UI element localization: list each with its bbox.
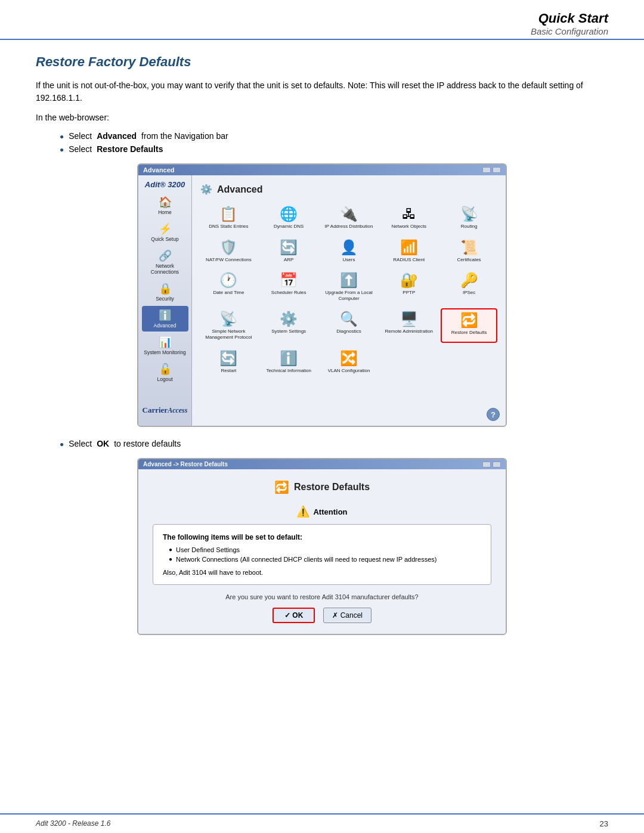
grid-item-ipsec[interactable]: 🔑 IPSec xyxy=(441,270,497,304)
sidebar-item-home[interactable]: 🏠 Home xyxy=(142,193,188,218)
restart-label: Restart xyxy=(221,368,237,374)
ss-btn-maximize[interactable] xyxy=(493,167,501,173)
diagnostics-label: Diagnostics xyxy=(336,329,361,335)
advanced-label: Advanced xyxy=(154,323,177,329)
intro-text: If the unit is not out-of-the-box, you m… xyxy=(36,79,608,104)
grid-item-vlan[interactable]: 🔀 VLAN Configuration xyxy=(321,348,377,376)
restore-bullet-2: Network Connections (All connected DHCP … xyxy=(169,556,481,563)
routing-label: Routing xyxy=(461,224,478,230)
restore-defaults-title: Restore Defaults xyxy=(294,482,370,493)
radius-label: RADIUS Client xyxy=(393,257,425,263)
restore-icon: 🔁 xyxy=(460,312,478,329)
restore-bullets: User Defined Settings Network Connection… xyxy=(169,546,481,563)
ss-main-title: ⚙️ Advanced xyxy=(200,184,497,195)
following-text: The following items will be set to defau… xyxy=(163,533,481,541)
sidebar-item-security[interactable]: 🔒 Security xyxy=(142,279,188,305)
grid-item-users[interactable]: 👤 Users xyxy=(321,237,377,265)
grid-item-diagnostics[interactable]: 🔍 Diagnostics xyxy=(321,308,377,342)
grid-item-sysset[interactable]: ⚙️ System Settings xyxy=(261,308,317,342)
quicksetup-label: Quick Setup xyxy=(151,236,178,242)
grid-item-tech-info[interactable]: ℹ️ Technical Information xyxy=(261,348,317,376)
dynamic-dns-icon: 🌐 xyxy=(280,206,298,222)
ss2-btn-maximize[interactable] xyxy=(493,462,501,467)
ss-titlebar-buttons xyxy=(482,167,501,173)
ok-button[interactable]: ✓ OK xyxy=(273,608,315,623)
restore-content-box: The following items will be set to defau… xyxy=(153,524,491,585)
routing-icon: 📡 xyxy=(460,206,478,222)
home-label: Home xyxy=(158,209,172,215)
confirm-text: Are you sure you want to restore Adit 31… xyxy=(153,593,491,600)
sysset-label: System Settings xyxy=(271,329,306,335)
ss-main-panel: ⚙️ Advanced 📋 DNS Static Entries 🌐 Dynam… xyxy=(192,175,506,426)
datetime-label: Date and Time xyxy=(213,290,244,296)
advanced-panel-icon: ⚙️ xyxy=(200,184,212,195)
radius-icon: 📶 xyxy=(400,239,418,256)
grid-item-certs[interactable]: 📜 Certificates xyxy=(441,237,497,265)
page-footer: Adit 3200 - Release 1.6 23 xyxy=(0,813,644,833)
header: Quick Start Basic Configuration xyxy=(0,0,644,40)
arp-icon: 🔄 xyxy=(280,239,298,256)
ss-body: Adit® 3200 🏠 Home ⚡ Quick Setup 🔗 Networ… xyxy=(138,175,506,426)
section-title: Restore Factory Defaults xyxy=(36,54,608,70)
grid-item-datetime[interactable]: 🕐 Date and Time xyxy=(200,270,257,304)
logout-icon: 🔓 xyxy=(144,363,187,376)
grid-item-upgrade[interactable]: ⬆️ Upgrade From a Local Computer xyxy=(321,270,377,304)
grid-item-remote-admin[interactable]: 🖥️ Remote Administration xyxy=(380,308,437,342)
ss2-body: 🔁 Restore Defaults ⚠️ Attention The foll… xyxy=(138,469,506,634)
certs-icon: 📜 xyxy=(460,239,478,256)
grid-item-snmp[interactable]: 📡 Simple Network Management Protocol xyxy=(200,308,257,342)
ss2-btn-minimize[interactable] xyxy=(482,462,491,467)
grid-item-dynamic-dns[interactable]: 🌐 Dynamic DNS xyxy=(261,203,317,232)
network-obj-label: Network Objects xyxy=(391,224,426,230)
pptp-label: PPTP xyxy=(402,290,415,296)
users-label: Users xyxy=(343,257,355,263)
sidebar-item-network[interactable]: 🔗 Network Connections xyxy=(142,246,188,278)
grid-item-radius[interactable]: 📶 RADIUS Client xyxy=(380,237,437,265)
ss2-titlebar-buttons xyxy=(482,462,501,467)
dns-static-icon: 📋 xyxy=(219,206,237,222)
security-label: Security xyxy=(156,296,174,302)
page-container: Quick Start Basic Configuration Restore … xyxy=(0,0,644,833)
sidebar-item-logout[interactable]: 🔓 Logout xyxy=(142,360,188,385)
grid-item-scheduler[interactable]: 📅 Scheduler Rules xyxy=(261,270,317,304)
grid-item-pptp[interactable]: 🔐 PPTP xyxy=(380,270,437,304)
ipsec-icon: 🔑 xyxy=(460,272,478,289)
bullet-ok: Select OK to restore defaults xyxy=(60,439,608,448)
grid-item-restore[interactable]: 🔁 Restore Defaults xyxy=(441,308,497,342)
scheduler-label: Scheduler Rules xyxy=(271,290,306,296)
sidebar-item-advanced[interactable]: ℹ️ Advanced xyxy=(142,306,188,332)
bullet-item-1: Select Advanced from the Navigation bar xyxy=(60,131,608,141)
ss2-titlebar-text: Advanced -> Restore Defaults xyxy=(143,461,228,467)
sidebar-item-monitoring[interactable]: 📊 System Monitoring xyxy=(142,333,188,358)
cancel-button[interactable]: ✗ Cancel xyxy=(323,608,371,623)
restore-defaults-screenshot: Advanced -> Restore Defaults 🔁 Restore D… xyxy=(137,458,507,635)
scheduler-icon: 📅 xyxy=(280,272,298,289)
snmp-label: Simple Network Management Protocol xyxy=(202,329,256,340)
sidebar-item-quicksetup[interactable]: ⚡ Quick Setup xyxy=(142,219,188,245)
advanced-icon: ℹ️ xyxy=(144,309,187,322)
ss2-title-row: 🔁 Restore Defaults xyxy=(153,480,491,494)
ss-brand: Adit® 3200 xyxy=(145,180,185,189)
grid-item-ip-dist[interactable]: 🔌 IP Address Distribution xyxy=(321,203,377,232)
help-button[interactable]: ? xyxy=(487,408,500,421)
grid-item-network-obj[interactable]: 🖧 Network Objects xyxy=(380,203,437,232)
grid-item-dns-static[interactable]: 📋 DNS Static Entries xyxy=(200,203,257,232)
grid-item-restart[interactable]: 🔄 Restart xyxy=(200,348,257,376)
quicksetup-icon: ⚡ xyxy=(144,222,187,236)
network-obj-icon: 🖧 xyxy=(402,206,416,222)
upgrade-icon: ⬆️ xyxy=(340,272,358,289)
grid-item-natfw[interactable]: 🛡️ NAT/FW Connections xyxy=(200,237,257,265)
ss-titlebar-text: Advanced xyxy=(143,166,175,174)
dialog-buttons: ✓ OK ✗ Cancel xyxy=(153,608,491,623)
grid-item-routing[interactable]: 📡 Routing xyxy=(441,203,497,232)
diagnostics-icon: 🔍 xyxy=(340,311,358,327)
advanced-grid: 📋 DNS Static Entries 🌐 Dynamic DNS 🔌 IP … xyxy=(200,203,497,376)
attention-icon: ⚠️ xyxy=(296,505,309,518)
grid-item-arp[interactable]: 🔄 ARP xyxy=(261,237,317,265)
restore-icon-large: 🔁 xyxy=(274,480,289,494)
vlan-icon: 🔀 xyxy=(340,350,358,367)
network-icon: 🔗 xyxy=(144,249,187,262)
restore-label: Restore Defaults xyxy=(451,330,487,336)
ss-btn-minimize[interactable] xyxy=(482,167,491,173)
access-text: Access xyxy=(168,406,187,414)
